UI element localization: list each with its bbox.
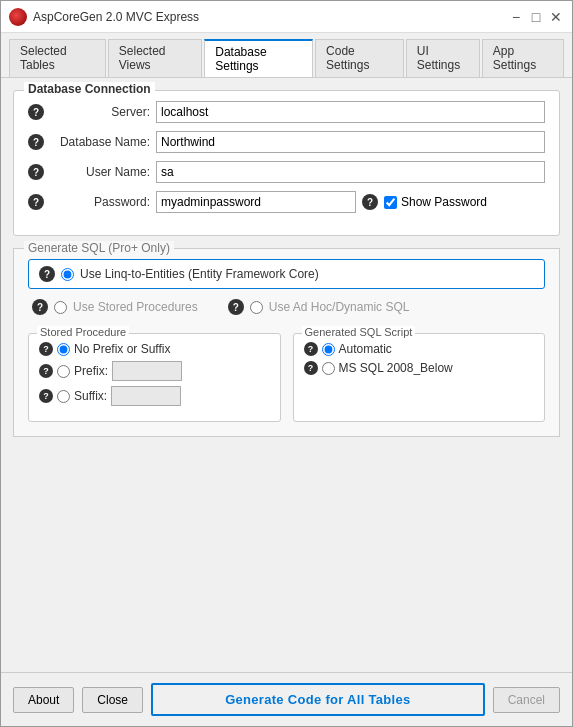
ms-sql-row: ? MS SQL 2008_Below: [304, 361, 535, 375]
ms-sql-label: MS SQL 2008_Below: [339, 361, 453, 375]
tab-database-settings[interactable]: Database Settings: [204, 39, 313, 77]
linq-label: Use Linq-to-Entities (Entity Framework C…: [80, 267, 319, 281]
linq-help-icon[interactable]: ?: [39, 266, 55, 282]
tab-ui-settings[interactable]: UI Settings: [406, 39, 480, 77]
server-input[interactable]: [156, 101, 545, 123]
prefix-help-icon[interactable]: ?: [39, 364, 53, 378]
show-password-checkbox[interactable]: [384, 196, 397, 209]
automatic-label: Automatic: [339, 342, 392, 356]
stored-procedure-subgroup: Stored Procedure ? No Prefix or Suffix ?…: [28, 333, 281, 422]
show-password-label[interactable]: Show Password: [384, 195, 487, 209]
tabs-row: Selected Tables Selected Views Database …: [1, 33, 572, 78]
window-title: AspCoreGen 2.0 MVC Express: [33, 10, 199, 24]
stored-proc-radio[interactable]: [54, 301, 67, 314]
server-help-icon[interactable]: ?: [28, 104, 44, 120]
dbname-help-icon[interactable]: ?: [28, 134, 44, 150]
ad-hoc-row: ? Use Ad Hoc/Dynamic SQL: [228, 299, 410, 315]
stored-procedure-subgroup-title: Stored Procedure: [37, 326, 129, 338]
prefix-radio[interactable]: [57, 365, 70, 378]
password-help-icon[interactable]: ?: [28, 194, 44, 210]
suffix-radio[interactable]: [57, 390, 70, 403]
prefix-label: Prefix:: [74, 364, 108, 378]
linq-radio[interactable]: [61, 268, 74, 281]
stored-proc-label: Use Stored Procedures: [73, 300, 198, 314]
linq-row: ? Use Linq-to-Entities (Entity Framework…: [28, 259, 545, 289]
main-window: AspCoreGen 2.0 MVC Express − □ ✕ Selecte…: [0, 0, 573, 727]
dbname-row: ? Database Name:: [28, 131, 545, 153]
server-label: Server:: [50, 105, 150, 119]
ms-sql-help-icon[interactable]: ?: [304, 361, 318, 375]
server-row: ? Server:: [28, 101, 545, 123]
close-button-footer[interactable]: Close: [82, 687, 143, 713]
username-row: ? User Name:: [28, 161, 545, 183]
password-row: ? Password: ? Show Password: [28, 191, 545, 213]
automatic-radio[interactable]: [322, 343, 335, 356]
maximize-button[interactable]: □: [528, 9, 544, 25]
generate-sql-title: Generate SQL (Pro+ Only): [24, 241, 174, 255]
show-password-text: Show Password: [401, 195, 487, 209]
show-password-help-icon[interactable]: ?: [362, 194, 378, 210]
ad-hoc-radio[interactable]: [250, 301, 263, 314]
suffix-help-icon[interactable]: ?: [39, 389, 53, 403]
prefix-row: ? Prefix:: [39, 361, 270, 381]
no-prefix-row: ? No Prefix or Suffix: [39, 342, 270, 356]
suffix-row: ? Suffix:: [39, 386, 270, 406]
generate-button[interactable]: Generate Code for All Tables: [151, 683, 485, 716]
tab-selected-tables[interactable]: Selected Tables: [9, 39, 106, 77]
automatic-help-icon[interactable]: ?: [304, 342, 318, 356]
generated-sql-subgroup-title: Generated SQL Script: [302, 326, 416, 338]
title-bar-left: AspCoreGen 2.0 MVC Express: [9, 8, 199, 26]
suffix-label: Suffix:: [74, 389, 107, 403]
window-controls: − □ ✕: [508, 9, 564, 25]
sub-groups: Stored Procedure ? No Prefix or Suffix ?…: [28, 333, 545, 422]
stored-proc-row: ? Use Stored Procedures: [32, 299, 198, 315]
no-prefix-label: No Prefix or Suffix: [74, 342, 170, 356]
ad-hoc-help-icon[interactable]: ?: [228, 299, 244, 315]
password-label: Password:: [50, 195, 150, 209]
footer: About Close Generate Code for All Tables…: [1, 672, 572, 726]
stored-proc-help-icon[interactable]: ?: [32, 299, 48, 315]
password-input[interactable]: [156, 191, 356, 213]
ad-hoc-label: Use Ad Hoc/Dynamic SQL: [269, 300, 410, 314]
prefix-input[interactable]: [112, 361, 182, 381]
no-prefix-radio[interactable]: [57, 343, 70, 356]
close-button[interactable]: ✕: [548, 9, 564, 25]
suffix-input[interactable]: [111, 386, 181, 406]
username-label: User Name:: [50, 165, 150, 179]
tab-code-settings[interactable]: Code Settings: [315, 39, 404, 77]
db-connection-group: Database Connection ? Server: ? Database…: [13, 90, 560, 236]
about-button[interactable]: About: [13, 687, 74, 713]
app-icon: [9, 8, 27, 26]
content-area: Database Connection ? Server: ? Database…: [1, 78, 572, 672]
generate-sql-group: Generate SQL (Pro+ Only) ? Use Linq-to-E…: [13, 248, 560, 437]
username-help-icon[interactable]: ?: [28, 164, 44, 180]
no-prefix-help-icon[interactable]: ?: [39, 342, 53, 356]
db-connection-title: Database Connection: [24, 82, 155, 96]
cancel-button[interactable]: Cancel: [493, 687, 560, 713]
generated-sql-subgroup: Generated SQL Script ? Automatic ? MS SQ…: [293, 333, 546, 422]
minimize-button[interactable]: −: [508, 9, 524, 25]
dbname-input[interactable]: [156, 131, 545, 153]
tab-selected-views[interactable]: Selected Views: [108, 39, 202, 77]
tab-app-settings[interactable]: App Settings: [482, 39, 564, 77]
automatic-row: ? Automatic: [304, 342, 535, 356]
ms-sql-radio[interactable]: [322, 362, 335, 375]
title-bar: AspCoreGen 2.0 MVC Express − □ ✕: [1, 1, 572, 33]
dbname-label: Database Name:: [50, 135, 150, 149]
username-input[interactable]: [156, 161, 545, 183]
